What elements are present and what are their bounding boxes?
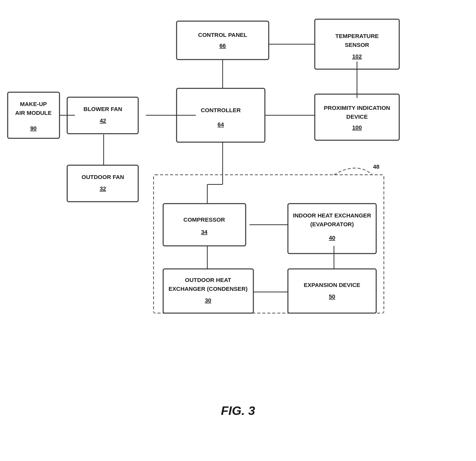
controller-num: 64 — [218, 121, 224, 128]
svg-rect-21 — [67, 165, 138, 202]
temp-sensor-label2: SENSOR — [345, 41, 369, 48]
temp-sensor-num: 102 — [352, 53, 362, 60]
blower-fan-num: 42 — [100, 117, 106, 124]
proximity-num: 100 — [352, 124, 362, 131]
blower-fan-label: BLOWER FAN — [84, 106, 122, 112]
svg-rect-23 — [288, 204, 376, 254]
svg-rect-19 — [67, 97, 138, 134]
svg-rect-16 — [177, 21, 269, 60]
figure-label: FIG. 3 — [221, 404, 255, 418]
outdoor-fan-label: OUTDOOR FAN — [82, 174, 124, 180]
indoor-hex-num: 40 — [329, 234, 336, 241]
group-number: 48 — [373, 163, 380, 170]
controller-label: CONTROLLER — [201, 107, 241, 113]
outdoor-hex-label2: EXCHANGER (CONDENSER) — [169, 285, 248, 292]
indoor-hex-label2: (EVAPORATOR) — [310, 221, 354, 227]
makeup-air-num: 90 — [30, 125, 37, 131]
expansion-label: EXPANSION DEVICE — [304, 282, 360, 288]
proximity-label1: PROXIMITY INDICATION — [324, 104, 390, 111]
svg-rect-22 — [163, 204, 246, 246]
outdoor-fan-num: 32 — [100, 185, 106, 192]
control-panel-label: CONTROL PANEL — [198, 32, 247, 38]
compressor-label: COMPRESSOR — [183, 216, 225, 223]
temp-sensor-label: TEMPERATURE — [335, 33, 378, 39]
control-panel-num: 66 — [220, 42, 226, 49]
indoor-hex-label1: INDOOR HEAT EXCHANGER — [293, 212, 371, 219]
proximity-label2: DEVICE — [346, 113, 368, 120]
makeup-air-label1: MAKE-UP — [20, 101, 47, 107]
diagram-container: 48 TEMPERATURE SENSOR 102 CONTROL PANEL … — [0, 0, 476, 461]
makeup-air-label2: AIR MODULE — [15, 109, 52, 116]
outdoor-hex-label1: OUTDOOR HEAT — [185, 277, 231, 283]
svg-rect-25 — [288, 269, 376, 313]
outdoor-hex-num: 30 — [205, 297, 212, 303]
expansion-num: 50 — [329, 293, 336, 300]
compressor-num: 34 — [201, 229, 208, 235]
